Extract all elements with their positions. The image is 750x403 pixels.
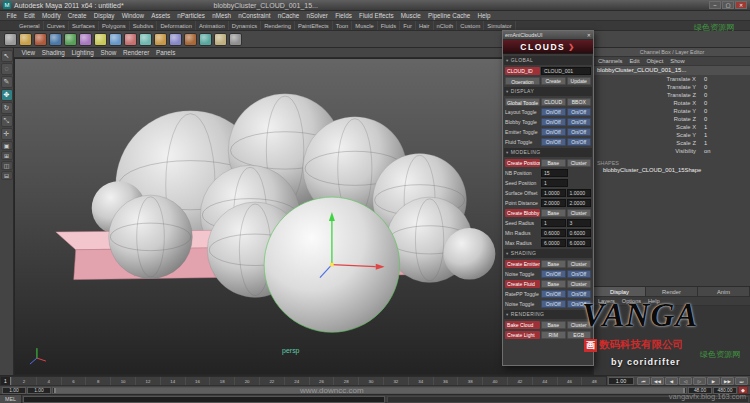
shelf-icon-8[interactable]	[109, 33, 122, 46]
label-create-light[interactable]: Create Light	[505, 331, 540, 339]
shelf-icon-15[interactable]	[214, 33, 227, 46]
step-forward-key-button[interactable]: ▶	[707, 377, 720, 385]
field-point-distance-2[interactable]: 2.0000	[567, 199, 592, 207]
viewport-menu-renderer[interactable]: Renderer	[120, 48, 153, 57]
label-operation[interactable]: Operation	[505, 77, 540, 85]
menu-assets[interactable]: Assets	[148, 11, 174, 20]
select-tool[interactable]: ↖	[1, 50, 13, 62]
time-slider-track[interactable]: 1 24681012141618202224262830323436384042…	[0, 376, 607, 386]
layer-menu-layers[interactable]: Layers	[598, 297, 615, 305]
viewport-menu-show[interactable]: Show	[97, 48, 120, 57]
menu-muscle[interactable]: Muscle	[397, 11, 424, 20]
rotate-tool[interactable]: ↻	[1, 102, 13, 114]
button-fluid-toggle-on-off[interactable]: On/Off	[567, 138, 592, 146]
play-forwards-button[interactable]: ▷	[693, 377, 706, 385]
button-emitter-toggle-on-off[interactable]: On/Off	[567, 128, 592, 136]
menu-nconstraint[interactable]: nConstraint	[235, 11, 274, 20]
field-min-radius-2[interactable]: 0.6000	[567, 229, 592, 237]
button-create-emitter-base[interactable]: Base	[541, 260, 566, 268]
button-noise-toggle-on-off[interactable]: On/Off	[567, 300, 592, 308]
shelf-tab-polygons[interactable]: Polygons	[99, 21, 130, 30]
layout-four-pane-button[interactable]: ⊞	[1, 151, 13, 160]
shelf-tab-painteffects[interactable]: PaintEffects	[295, 21, 333, 30]
attribute-value[interactable]: 1	[702, 139, 750, 147]
auto-keyframe-icon[interactable]: ◆	[738, 386, 748, 394]
current-frame-marker[interactable]: 1	[1, 377, 11, 385]
menu-modify[interactable]: Modify	[38, 11, 64, 20]
field-seed-radius-1[interactable]: 1	[541, 219, 566, 227]
viewport-menu-shading[interactable]: Shading	[38, 48, 68, 57]
menu-nsolver[interactable]: nSolver	[303, 11, 332, 20]
button-global-toggle-cloud[interactable]: CLOUD	[541, 98, 566, 106]
layer-menu-help[interactable]: Help	[648, 297, 660, 305]
shelf-tab-general[interactable]: General	[16, 21, 44, 30]
viewport-menu-panels[interactable]: Panels	[153, 48, 179, 57]
channel-box-menu-channels[interactable]: Channels	[598, 57, 623, 65]
shelf-icon-2[interactable]	[19, 33, 32, 46]
shelf-tab-dynamics[interactable]: Dynamics	[229, 21, 261, 30]
viewport-menu-lighting[interactable]: Lighting	[68, 48, 97, 57]
attribute-value[interactable]: 0	[702, 107, 750, 115]
button-ratepp-toggle-on-off[interactable]: On/Off	[541, 290, 566, 298]
layout-single-pane-button[interactable]: ▣	[1, 141, 13, 150]
button-bake-cloud-base[interactable]: Base	[541, 321, 566, 329]
field-min-radius-1[interactable]: 0.6000	[541, 229, 566, 237]
field-surface-offset-1[interactable]: 1.0000	[541, 189, 566, 197]
attribute-value[interactable]: on	[702, 147, 750, 155]
shelf-tab-ncloth[interactable]: nCloth	[434, 21, 458, 30]
channel-box-menu-show[interactable]: Show	[670, 57, 685, 65]
shelf-icon-16[interactable]	[229, 33, 242, 46]
shelf-icon-14[interactable]	[199, 33, 212, 46]
menu-pipeline-cache[interactable]: Pipeline Cache	[424, 11, 474, 20]
range-slider-handle[interactable]	[54, 388, 685, 393]
button-create-emitter-cluster[interactable]: Cluster	[567, 260, 592, 268]
clouds-window-titlebar[interactable]: emAniCloudsUI ✕	[503, 31, 593, 40]
button-ratepp-toggle-on-off[interactable]: On/Off	[567, 290, 592, 298]
command-line-language-toggle[interactable]: MEL	[0, 395, 22, 403]
universal-manipulator-tool[interactable]: ✛	[1, 128, 13, 140]
minimize-button[interactable]: –	[709, 1, 721, 9]
button-create-position-base[interactable]: Base	[541, 159, 566, 167]
button-global-toggle-bbox[interactable]: BBOX	[567, 98, 592, 106]
shelf-tab-fur[interactable]: Fur	[400, 21, 416, 30]
button-create-blobby-cluster[interactable]: Cluster	[567, 209, 592, 217]
menu-help[interactable]: Help	[474, 11, 494, 20]
field-cloud-id[interactable]: CLOUD_001	[541, 67, 591, 75]
attribute-value[interactable]: 0	[702, 91, 750, 99]
shape-name[interactable]: blobbyCluster_CLOUD_001_15Shape	[594, 166, 750, 174]
button-blobby-toggle-on-off[interactable]: On/Off	[567, 118, 592, 126]
section-header-modeling[interactable]: ▾MODELING	[504, 148, 592, 157]
button-layout-toggle-on-off[interactable]: On/Off	[567, 108, 592, 116]
label-global-toggle[interactable]: Global Toggle	[505, 98, 540, 106]
shelf-tab-deformation[interactable]: Deformation	[157, 21, 196, 30]
channel-box-menu-object[interactable]: Object	[647, 57, 664, 65]
layer-tab-anim[interactable]: Anim	[698, 287, 750, 297]
button-create-position-cluster[interactable]: Cluster	[567, 159, 592, 167]
shelf-tab-muscle[interactable]: Muscle	[352, 21, 377, 30]
button-create-light-rim[interactable]: RIM	[541, 331, 566, 339]
shelf-icon-11[interactable]	[154, 33, 167, 46]
button-operation-update[interactable]: Update	[567, 77, 592, 85]
clouds-close-icon[interactable]: ✕	[587, 32, 591, 38]
move-tool[interactable]: ✥	[1, 89, 13, 101]
shelf-tab-toon[interactable]: Toon	[333, 21, 353, 30]
layer-tab-render[interactable]: Render	[646, 287, 698, 297]
menu-nparticles[interactable]: nParticles	[174, 11, 209, 20]
layout-split-pane-button[interactable]: ◫	[1, 161, 13, 170]
menu-create[interactable]: Create	[64, 11, 90, 20]
shelf-tab-custom[interactable]: Custom	[457, 21, 484, 30]
shelf-tab-surfaces[interactable]: Surfaces	[69, 21, 99, 30]
section-header-display[interactable]: ▾DISPLAY	[504, 87, 592, 96]
layer-tab-display[interactable]: Display	[594, 287, 646, 297]
field-point-distance-1[interactable]: 2.0000	[541, 199, 566, 207]
shelf-icon-1[interactable]	[4, 33, 17, 46]
playback-end-field[interactable]: 48.00	[688, 387, 712, 394]
field-max-radius-2[interactable]: 6.0000	[567, 239, 592, 247]
layer-menu-options[interactable]: Options	[622, 297, 641, 305]
current-time-field[interactable]: 1.00	[608, 377, 634, 385]
label-create-fluid[interactable]: Create Fluid	[505, 280, 540, 288]
label-cloud-id[interactable]: CLOUD_ID	[505, 67, 540, 75]
paint-select-tool[interactable]: ✎	[1, 76, 13, 88]
button-create-light-egb[interactable]: EGB	[567, 331, 592, 339]
section-header-global[interactable]: ▾GLOBAL	[504, 56, 592, 65]
